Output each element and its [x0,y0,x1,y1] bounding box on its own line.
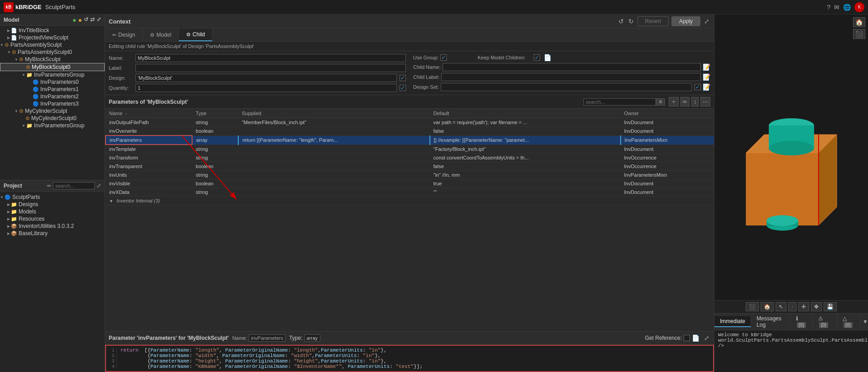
project-item-models[interactable]: ▶ 📁 Models [0,208,105,215]
name-input[interactable] [135,54,406,62]
tree-arrow-inv-param-group[interactable]: ▼ [22,73,25,77]
language-icon[interactable]: 🌐 [843,4,851,11]
design-set-file-icon[interactable]: 📝 [703,83,710,91]
tree-item-inv-param-1[interactable]: ▶ 🔵 InvParameters1 [0,86,105,93]
code-getref-checkbox[interactable] [684,335,690,341]
tree-item-parts-assembly[interactable]: ▼ ⚙ PartsAssemblySculpt [0,41,105,48]
keep-model-checkbox[interactable]: ✓ [534,54,540,61]
col-header-default[interactable]: Default [430,109,621,118]
imm-tab-messages[interactable]: Messages Log [751,314,791,330]
tree-arrow-my-block[interactable]: ▼ [14,58,18,62]
tree-item-my-cylinder-0[interactable]: ▶ ⚙ MyCylinderSculpt0 [0,115,105,122]
child-name-input[interactable] [443,63,701,71]
tree-item-my-cylinder[interactable]: ▼ ⚙ MyCylinderSculpt [0,107,105,115]
tree-arrow-projected[interactable]: ▶ [7,36,10,40]
project-item-sculpt-parts[interactable]: ▼ 🔵 SculptParts [0,193,105,201]
tree-arrow-inv-param-0[interactable]: ▶ [29,80,32,84]
table-row[interactable]: invTemplate string "Factory/Block_inch.i… [106,145,714,154]
tree-item-inv-param-group[interactable]: ▼ 📁 InvParametersGroup [0,71,105,78]
project-arrow-inventor[interactable]: ▶ [7,224,10,228]
project-item-designs[interactable]: ▶ 📁 Designs [0,201,105,208]
quantity-input[interactable] [135,84,397,92]
project-item-resources[interactable]: ▶ 📁 Resources [0,215,105,222]
context-expand-btn[interactable]: ⤢ [703,17,710,26]
viewport-home-btn[interactable]: 🏠 [853,17,865,27]
vp-btn-dot[interactable]: · [788,302,796,311]
tree-item-parts-assembly-0[interactable]: ▼ ⚙ PartsAssemblySculpt0 [0,48,105,56]
immediate-content[interactable]: Welcome to kBridge world.SculptParts.Par… [714,330,868,372]
tree-arrow-parts-assembly-0[interactable]: ▼ [7,50,11,54]
tree-item-inv-param-2[interactable]: ▶ 🔵 InvParameters2 [0,93,105,100]
tree-arrow-inv-param-1[interactable]: ▶ [29,87,32,92]
col-header-supplied[interactable]: Supplied [238,109,430,118]
params-search-clear[interactable]: ✕ [656,98,665,106]
imm-tab-warn[interactable]: ⚠ (0) [813,314,837,330]
quantity-checkbox[interactable]: ✓ [400,85,406,91]
tree-item-inv-title-block[interactable]: ▶ 📄 InvTitleBlock [0,27,105,34]
tab-child[interactable]: ⚙ Child [179,29,212,41]
tree-item-inv-param-group-2[interactable]: ▼ 📁 InvParametersGroup [0,122,105,129]
project-item-base[interactable]: ▶ 📦 BaseLibrary [0,230,105,237]
use-group-checkbox[interactable]: ✓ [440,54,447,61]
imm-dropdown[interactable]: ▼ [863,319,868,325]
vp-btn-select[interactable]: ⬛ [746,302,759,311]
tab-design[interactable]: ✏ Design [105,29,143,41]
tree-arrow-inv-param-group-2[interactable]: ▼ [22,124,25,128]
project-search-input[interactable] [53,182,95,189]
table-row[interactable]: invVisible boolean true InvDocument [106,179,714,188]
tree-item-inv-param-3[interactable]: ▶ 🔵 InvParameters3 [0,100,105,107]
vp-btn-cross[interactable]: ✛ [798,302,809,311]
tree-arrow-parts-assembly[interactable]: ▼ [0,43,4,47]
col-header-type[interactable]: Type [192,109,238,118]
col-header-owner[interactable]: Owner [621,109,714,118]
code-expand-btn[interactable]: ⤢ [703,333,710,343]
vp-btn-cursor[interactable]: ↖ [776,302,786,311]
params-sort-btn[interactable]: ↕ [691,97,699,106]
tree-arrow-inv-title-block[interactable]: ▶ [7,29,10,33]
revert-btn[interactable]: Revert [637,16,669,26]
child-name-file-icon[interactable]: 📝 [703,63,710,71]
tree-arrow-inv-param-2[interactable]: ▶ [29,95,32,99]
table-row-inv-parameters[interactable]: invParameters array return [{ParameterNa… [106,135,714,145]
table-row[interactable]: invOverwrite boolean false InvDocument [106,127,714,136]
tree-item-my-block[interactable]: ▼ ⚙ MyBlockSculpt [0,56,105,63]
tree-arrow-inv-param-3[interactable]: ▶ [29,102,32,106]
params-search-input[interactable] [583,98,656,106]
viewport-cube-btn[interactable]: ⬛ [853,29,865,39]
table-row[interactable]: invUnits string "in" //in, mm InvParamet… [106,171,714,179]
project-arrow-base[interactable]: ▶ [7,232,10,236]
col-header-name[interactable]: Name ↑ [106,109,192,118]
tree-arrow-my-block-0[interactable]: ▶ [22,65,25,69]
apply-btn[interactable]: Apply [671,16,700,26]
help-icon[interactable]: ? [827,4,830,11]
table-row[interactable]: invTransform string const convertCoordTo… [106,154,714,162]
project-item-inventor[interactable]: ▶ 📦 InventorUtilities 3.0.3.2 [0,222,105,230]
code-body[interactable]: 1 return [{ParameterName: "length", Para… [105,345,714,372]
label-input[interactable] [135,64,406,72]
child-label-input[interactable] [441,73,701,81]
undo-btn[interactable]: ↺ [617,17,625,26]
project-edit-icon[interactable]: ✏ [47,183,51,189]
imm-tab-info[interactable]: ℹ (0) [791,314,813,330]
project-arrow-resources[interactable]: ▶ [7,217,10,221]
tab-model[interactable]: ⚙ Model [143,29,179,41]
design-set-checkbox[interactable]: ✓ [694,84,701,90]
vp-btn-home[interactable]: 🏠 [761,302,774,311]
user-avatar[interactable]: K [854,2,864,12]
design-checkbox[interactable]: ✓ [400,75,406,81]
code-file-icon[interactable]: 📄 [692,334,699,342]
group-row-inventor-internal[interactable]: ▼ Inventor Internal (3) [106,197,714,205]
project-expand-icon[interactable]: ⤢ [96,183,101,189]
vp-btn-save[interactable]: 💾 [824,302,837,311]
file-icon[interactable]: 📄 [544,54,551,61]
table-row[interactable]: invTransparent boolean false InvOccurren… [106,162,714,171]
design-set-input[interactable] [441,83,692,91]
child-label-file-icon[interactable]: 📝 [703,73,710,81]
params-edit-btn[interactable]: ✏ [680,97,690,106]
model-expand[interactable]: ⤢ [96,16,101,24]
table-row[interactable]: invXData string "" InvDocument [106,188,714,197]
vp-btn-move[interactable]: ✥ [811,302,822,311]
tree-item-inv-param-0[interactable]: ▶ 🔵 InvParameters0 [0,78,105,86]
model-circle-green[interactable]: ● [72,16,76,24]
imm-tab-error[interactable]: △ (0) [837,314,861,330]
